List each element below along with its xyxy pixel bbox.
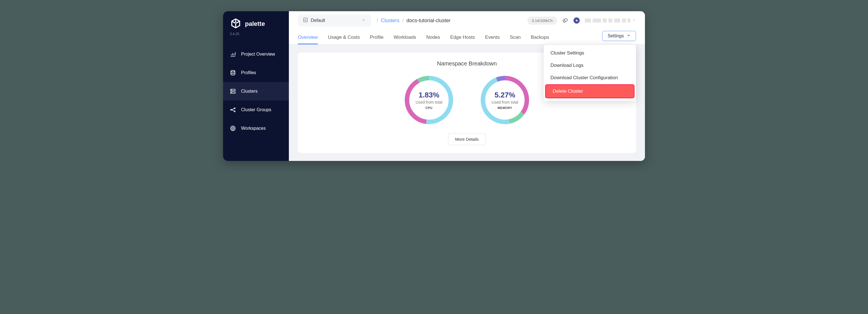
- sidebar-item-label: Workspaces: [241, 126, 266, 131]
- tab-usage-costs[interactable]: Usage & Costs: [328, 31, 360, 44]
- sidebar-item-profiles[interactable]: Profiles: [223, 64, 289, 82]
- sidebar-item-label: Profiles: [241, 70, 256, 75]
- settings-button[interactable]: Settings: [602, 31, 636, 41]
- breadcrumb-separator: /: [402, 18, 404, 24]
- menu-download-logs[interactable]: Download Logs: [544, 59, 636, 72]
- sidebar-item-cluster-groups[interactable]: Cluster Groups: [223, 101, 289, 119]
- tab-nodes[interactable]: Nodes: [426, 31, 440, 44]
- cpu-donut-chart: 1.83% Used from total CPU: [404, 75, 454, 125]
- credits-pill[interactable]: 0.14/100kCh: [527, 16, 557, 25]
- logo-icon: [230, 18, 242, 30]
- brand-logo[interactable]: palette: [223, 18, 289, 32]
- svg-point-10: [232, 128, 233, 129]
- svg-point-7: [234, 111, 236, 112]
- menu-delete-cluster[interactable]: Delete Cluster: [546, 85, 634, 98]
- bar-chart-icon: [303, 18, 308, 24]
- tab-workloads[interactable]: Workloads: [394, 31, 416, 44]
- chevron-down-icon: [362, 18, 366, 23]
- sidebar-item-project-overview[interactable]: Project Overview: [223, 45, 289, 64]
- content: Cluster Settings Download Logs Download …: [289, 45, 645, 161]
- sidebar-item-label: Clusters: [241, 89, 258, 94]
- sidebar-item-clusters[interactable]: Clusters: [223, 82, 289, 101]
- star-badge-icon[interactable]: ★: [574, 18, 580, 24]
- server-icon: [230, 88, 236, 94]
- menu-cluster-settings[interactable]: Cluster Settings: [544, 47, 636, 59]
- breadcrumb-separator: /: [377, 18, 378, 24]
- menu-download-cluster-config[interactable]: Download Cluster Configuration: [544, 72, 636, 84]
- nav-list: Project Overview Profiles Clusters Clust…: [223, 45, 289, 138]
- topbar: Default / Clusters / docs-tutorial-clust…: [289, 11, 645, 45]
- tab-overview[interactable]: Overview: [298, 31, 318, 44]
- chat-icon[interactable]: [562, 18, 568, 24]
- svg-point-6: [234, 108, 236, 109]
- svg-point-3: [231, 90, 232, 90]
- layers-icon: [230, 70, 236, 76]
- brand-name: palette: [245, 20, 265, 28]
- memory-percent: 5.27%: [494, 91, 515, 99]
- version-label: 3.4.25: [223, 32, 289, 45]
- chart-icon: [230, 51, 236, 57]
- memory-label: MEMORY: [498, 106, 512, 109]
- sidebar-item-workspaces[interactable]: Workspaces: [223, 119, 289, 138]
- breadcrumb: / Clusters / docs-tutorial-cluster: [377, 18, 451, 24]
- tabs: Overview Usage & Costs Profile Workloads…: [298, 31, 636, 44]
- tab-scan[interactable]: Scan: [510, 31, 521, 44]
- sidebar-item-label: Cluster Groups: [241, 107, 272, 112]
- project-selector[interactable]: Default: [298, 14, 371, 26]
- cpu-label: CPU: [426, 106, 433, 109]
- cpu-subtext: Used from total: [416, 100, 442, 104]
- nodes-icon: [230, 107, 236, 113]
- tab-backups[interactable]: Backups: [531, 31, 549, 44]
- settings-button-label: Settings: [608, 33, 624, 38]
- memory-donut-chart: 5.27% Used from total MEMORY: [479, 75, 530, 125]
- more-details-button[interactable]: More Details: [448, 133, 486, 145]
- app-window: palette 3.4.25 Project Overview Profiles: [223, 11, 645, 161]
- breadcrumb-current: docs-tutorial-cluster: [406, 18, 451, 24]
- memory-subtext: Used from total: [492, 100, 518, 104]
- chevron-down-icon: [632, 18, 636, 23]
- sidebar-item-label: Project Overview: [241, 52, 275, 57]
- user-menu[interactable]: [585, 18, 636, 23]
- project-selector-label: Default: [311, 18, 359, 23]
- breadcrumb-parent-link[interactable]: Clusters: [381, 18, 399, 24]
- tab-profile[interactable]: Profile: [370, 31, 383, 44]
- target-icon: [230, 125, 236, 132]
- svg-point-0: [231, 70, 235, 72]
- main-area: Default / Clusters / docs-tutorial-clust…: [289, 11, 645, 161]
- chevron-down-icon: [627, 33, 630, 38]
- cpu-percent: 1.83%: [418, 91, 439, 99]
- settings-dropdown: Cluster Settings Download Logs Download …: [544, 45, 636, 101]
- tab-events[interactable]: Events: [485, 31, 499, 44]
- svg-point-5: [230, 109, 232, 110]
- sidebar: palette 3.4.25 Project Overview Profiles: [223, 11, 289, 161]
- tab-edge-hosts[interactable]: Edge Hosts: [450, 31, 475, 44]
